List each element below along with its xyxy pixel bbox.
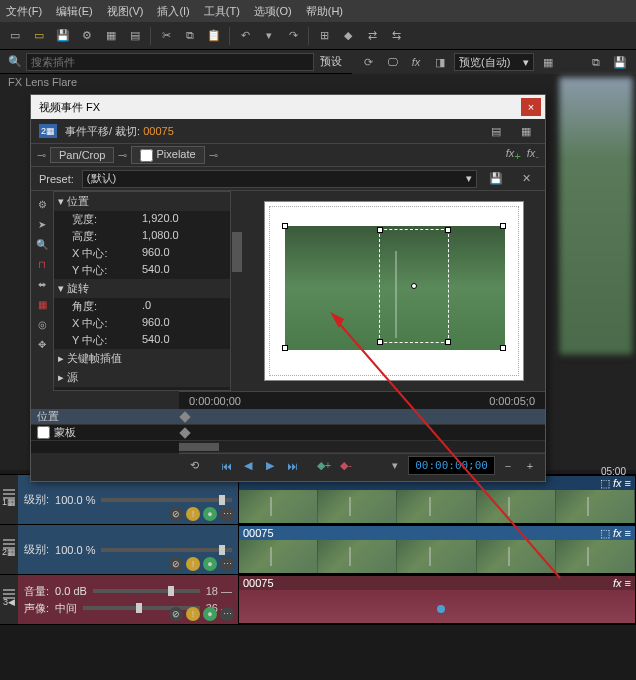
preview-split-icon[interactable]: ◨	[430, 52, 450, 72]
track1-mute-icon[interactable]: !	[186, 507, 200, 521]
undo-icon[interactable]: ↶	[234, 25, 256, 47]
preview-overlay-icon[interactable]: ▦	[538, 52, 558, 72]
track3-content[interactable]: 00075fx ≡	[238, 575, 636, 624]
menu-tools[interactable]: 工具(T)	[204, 4, 240, 19]
track1-content[interactable]: ⬚ fx ≡	[238, 475, 636, 524]
track3-more-icon[interactable]: ⋯	[220, 607, 234, 621]
clip2-fx-icon[interactable]: fx	[613, 527, 622, 540]
tool-arrow-icon[interactable]: ➤	[33, 215, 51, 233]
preview-refresh-icon[interactable]: ⟳	[358, 52, 378, 72]
properties-panel[interactable]: ▾位置 宽度:1,920.0 高度:1,080.0 X 中心:960.0 Y 中…	[53, 191, 231, 391]
cut-icon[interactable]: ✂	[155, 25, 177, 47]
kf-scrollbar[interactable]	[179, 443, 219, 451]
tab-pancrop[interactable]: Pan/Crop	[50, 147, 114, 163]
redo-icon[interactable]: ↷	[282, 25, 304, 47]
track1-header[interactable]: 级别:100.0 % ⊘!●⋯	[18, 475, 238, 524]
kf-del-icon[interactable]: ◆-	[337, 457, 355, 475]
kf-timecode[interactable]: 00:00:00;00	[408, 456, 495, 475]
track1-solo-icon[interactable]: ●	[203, 507, 217, 521]
ripple-icon[interactable]: ⇄	[361, 25, 383, 47]
clip-crop-icon[interactable]: ⬚	[600, 477, 610, 490]
track2-bypass-icon[interactable]: ⊘	[169, 557, 183, 571]
preset-delete-icon[interactable]: ✕	[515, 168, 537, 190]
kf-sync-icon[interactable]: ⟲	[185, 457, 203, 475]
kf-row-position[interactable]: 位置	[31, 409, 179, 425]
list-view-icon[interactable]: ▤	[485, 120, 507, 142]
track1-more-icon[interactable]: ⋯	[220, 507, 234, 521]
save-icon[interactable]: 💾	[52, 25, 74, 47]
kf-last-icon[interactable]: ⏭	[283, 457, 301, 475]
prop-height-value[interactable]: 1,080.0	[142, 229, 179, 244]
track3-vol-slider[interactable]	[93, 589, 200, 593]
track2-more-icon[interactable]: ⋯	[220, 557, 234, 571]
track3-handle[interactable]: 3◀	[0, 575, 18, 624]
keyframe-diamond[interactable]	[179, 427, 190, 438]
menu-edit[interactable]: 编辑(E)	[56, 4, 93, 19]
keyframe-diamond[interactable]	[179, 411, 190, 422]
prop-width-value[interactable]: 1,920.0	[142, 212, 179, 227]
marker-icon[interactable]: ◆	[337, 25, 359, 47]
preview-quality-dropdown[interactable]: 预览(自动)▾	[454, 53, 534, 71]
tool-target-icon[interactable]: ◎	[33, 315, 51, 333]
chain-view-icon[interactable]: ▦	[515, 120, 537, 142]
clip2-menu-icon[interactable]: ≡	[625, 527, 631, 540]
track1-slider[interactable]	[101, 498, 232, 502]
track2-slider[interactable]	[101, 548, 232, 552]
track2-mute-icon[interactable]: !	[186, 557, 200, 571]
pixelate-checkbox[interactable]	[140, 149, 153, 162]
prop-ycenter-value[interactable]: 540.0	[142, 263, 170, 278]
new-icon[interactable]: ▭	[4, 25, 26, 47]
tab-pixelate[interactable]: Pixelate	[131, 146, 204, 164]
preview-monitor-icon[interactable]: 🖵	[382, 52, 402, 72]
open-icon[interactable]: ▭	[28, 25, 50, 47]
kf-prev-icon[interactable]: ◀	[239, 457, 257, 475]
track2-content[interactable]: 00075⬚ fx ≡	[238, 525, 636, 574]
plugin-lens-flare[interactable]: FX Lens Flare	[0, 74, 352, 90]
track2-solo-icon[interactable]: ●	[203, 557, 217, 571]
menu-view[interactable]: 视图(V)	[107, 4, 144, 19]
tool-gear-icon[interactable]: ⚙	[33, 195, 51, 213]
kf-zoomin-icon[interactable]: +	[521, 457, 539, 475]
tool-expand-icon[interactable]: ✥	[33, 335, 51, 353]
render-icon[interactable]: ▦	[100, 25, 122, 47]
dialog-titlebar[interactable]: 视频事件 FX ×	[31, 95, 545, 119]
track3-bypass-icon[interactable]: ⊘	[169, 607, 183, 621]
selection-rect[interactable]	[379, 229, 449, 343]
tool-move-icon[interactable]: ⬌	[33, 275, 51, 293]
copy-icon[interactable]: ⧉	[179, 25, 201, 47]
clip2-crop-icon[interactable]: ⬚	[600, 527, 610, 540]
prop-xcenter-value[interactable]: 960.0	[142, 246, 170, 261]
gear-icon[interactable]: ⚙	[76, 25, 98, 47]
kf-next-icon[interactable]: ▶	[261, 457, 279, 475]
preview-save-icon[interactable]: 💾	[610, 52, 630, 72]
tool-magnet-icon[interactable]: ⊓	[33, 255, 51, 273]
group-position[interactable]: ▾位置	[54, 192, 230, 211]
track2-clip[interactable]: 00075⬚ fx ≡	[238, 525, 636, 574]
paste-icon[interactable]: 📋	[203, 25, 225, 47]
group-source[interactable]: ▸源	[54, 368, 230, 387]
kf-add-icon[interactable]: ◆+	[315, 457, 333, 475]
undo-dropdown-icon[interactable]: ▾	[258, 25, 280, 47]
clip-fx-icon[interactable]: fx	[613, 477, 622, 490]
track3-clip[interactable]: 00075fx ≡	[238, 575, 636, 624]
snap-icon[interactable]: ⊞	[313, 25, 335, 47]
pan-crop-canvas[interactable]	[243, 191, 545, 391]
menu-help[interactable]: 帮助(H)	[306, 4, 343, 19]
properties-icon[interactable]: ▤	[124, 25, 146, 47]
prop-rxcenter-value[interactable]: 960.0	[142, 316, 170, 331]
track1-clip[interactable]: ⬚ fx ≡	[238, 475, 636, 524]
prop-angle-value[interactable]: .0	[142, 299, 151, 314]
track2-header[interactable]: 级别:100.0 % ⊘!●⋯	[18, 525, 238, 574]
preset-save-icon[interactable]: 💾	[485, 168, 507, 190]
kf-zoomout-icon[interactable]: −	[499, 457, 517, 475]
track1-bypass-icon[interactable]: ⊘	[169, 507, 183, 521]
menu-options[interactable]: 选项(O)	[254, 4, 292, 19]
tool-lock-icon[interactable]: ▦	[33, 295, 51, 313]
prop-rycenter-value[interactable]: 540.0	[142, 333, 170, 348]
track3-solo-icon[interactable]: ●	[203, 607, 217, 621]
fx-remove-icon[interactable]: fx-	[527, 147, 539, 162]
autoripple-icon[interactable]: ⇆	[385, 25, 407, 47]
menu-file[interactable]: 文件(F)	[6, 4, 42, 19]
prop-scrollbar[interactable]	[232, 232, 242, 272]
preview-fx-icon[interactable]: fx	[406, 52, 426, 72]
